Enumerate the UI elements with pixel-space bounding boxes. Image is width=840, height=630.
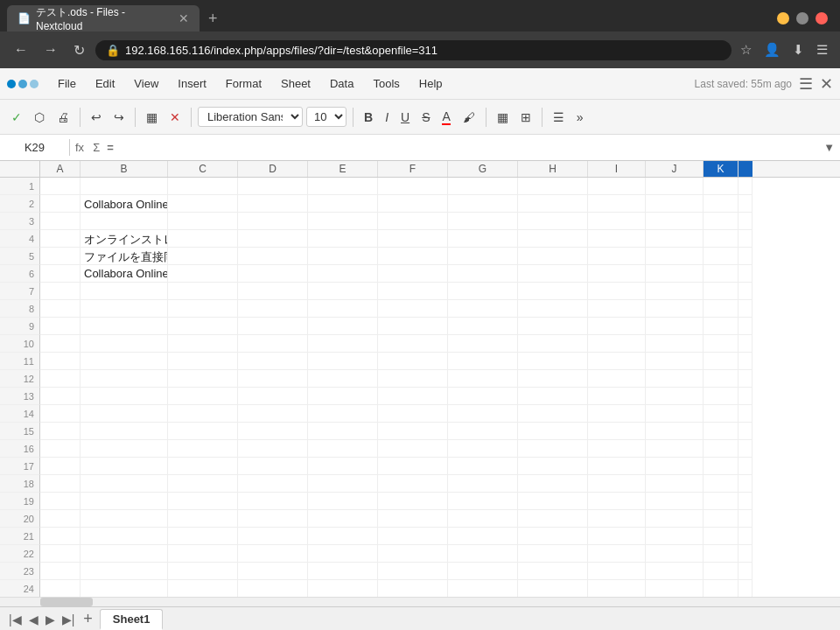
grid-cell[interactable]: [448, 475, 518, 493]
grid-cell[interactable]: [308, 458, 378, 475]
grid-cell[interactable]: [80, 388, 168, 405]
grid-cell[interactable]: [588, 493, 646, 510]
close-window-button[interactable]: [816, 12, 828, 24]
grid-cell[interactable]: [40, 563, 80, 580]
grid-cell[interactable]: [80, 335, 168, 353]
col-header-K[interactable]: K: [704, 161, 738, 177]
grid-cell[interactable]: [704, 178, 738, 195]
grid-cell[interactable]: [168, 580, 238, 597]
grid-cell[interactable]: [40, 388, 80, 405]
grid-cell[interactable]: [40, 335, 80, 353]
grid-cell[interactable]: [238, 230, 308, 248]
underline-button[interactable]: U: [396, 107, 414, 128]
grid-cell[interactable]: [238, 510, 308, 528]
grid-cell[interactable]: [588, 370, 646, 388]
grid-cell[interactable]: [518, 195, 588, 213]
grid-cell[interactable]: [378, 230, 448, 248]
grid-cell[interactable]: [588, 545, 646, 563]
grid-cell[interactable]: [704, 510, 738, 528]
grid-cell[interactable]: [168, 388, 238, 405]
grid-cell[interactable]: [646, 388, 704, 405]
grid-cell[interactable]: [448, 248, 518, 265]
grid-cell[interactable]: [40, 283, 80, 300]
grid-cell[interactable]: [308, 423, 378, 440]
grid-cell[interactable]: [704, 528, 738, 545]
grid-cell[interactable]: [168, 213, 238, 230]
col-header-D[interactable]: D: [238, 161, 308, 177]
col-header-A[interactable]: A: [40, 161, 80, 177]
grid-cell[interactable]: [308, 545, 378, 563]
grid-cell[interactable]: [238, 195, 308, 213]
borders-button[interactable]: ▦: [493, 107, 513, 128]
grid-cell[interactable]: [448, 388, 518, 405]
grid-cell[interactable]: [588, 458, 646, 475]
grid-cell[interactable]: [80, 423, 168, 440]
grid-cell[interactable]: [646, 440, 704, 458]
col-header-B[interactable]: B: [80, 161, 168, 177]
grid-cell[interactable]: [646, 283, 704, 300]
grid-cell[interactable]: [448, 353, 518, 370]
grid-cell[interactable]: [704, 458, 738, 475]
font-color-button[interactable]: A: [438, 106, 454, 129]
menu-data[interactable]: Data: [321, 74, 362, 94]
grid-cell[interactable]: [238, 493, 308, 510]
col-header-C[interactable]: C: [168, 161, 238, 177]
grid-cell[interactable]: [588, 230, 646, 248]
grid-cell[interactable]: [518, 440, 588, 458]
grid-cell[interactable]: [646, 213, 704, 230]
grid-cell[interactable]: [704, 493, 738, 510]
grid-cell-extra[interactable]: [738, 563, 752, 580]
strikethrough-button[interactable]: S: [417, 107, 434, 128]
grid-cell[interactable]: [40, 178, 80, 195]
grid-cell[interactable]: [518, 230, 588, 248]
grid-cell[interactable]: [448, 545, 518, 563]
grid-cell[interactable]: [40, 300, 80, 318]
col-header-E[interactable]: E: [308, 161, 378, 177]
grid-cell[interactable]: [40, 370, 80, 388]
grid-cell-extra[interactable]: [738, 318, 752, 335]
bold-button[interactable]: B: [360, 107, 377, 128]
grid-cell[interactable]: [588, 318, 646, 335]
grid-cell[interactable]: [704, 230, 738, 248]
grid-cell-extra[interactable]: [738, 353, 752, 370]
grid-cell[interactable]: [378, 318, 448, 335]
grid-cell[interactable]: [308, 265, 378, 283]
font-name-select[interactable]: Liberation Sans: [198, 107, 303, 127]
grid-cell[interactable]: [80, 283, 168, 300]
grid-cell[interactable]: [168, 563, 238, 580]
minimize-button[interactable]: [777, 12, 789, 24]
grid-cell[interactable]: オンラインストレージ上の: [80, 230, 168, 248]
grid-cell-extra[interactable]: [738, 335, 752, 353]
grid-cell[interactable]: [80, 528, 168, 545]
grid-cell[interactable]: [308, 300, 378, 318]
grid-cell[interactable]: [168, 195, 238, 213]
grid-cell[interactable]: [238, 545, 308, 563]
grid-cell[interactable]: [378, 388, 448, 405]
grid-cell[interactable]: [704, 283, 738, 300]
grid-cell[interactable]: [588, 510, 646, 528]
merge-button[interactable]: ⊞: [516, 107, 536, 128]
grid-cell[interactable]: [80, 545, 168, 563]
grid-cell[interactable]: [588, 335, 646, 353]
grid-cell[interactable]: [168, 318, 238, 335]
grid-cell[interactable]: Collabora Online テスト用ファイル: [80, 195, 168, 213]
grid-cell[interactable]: [378, 283, 448, 300]
grid-cell[interactable]: [80, 458, 168, 475]
grid-cell[interactable]: [378, 213, 448, 230]
grid-cell[interactable]: [238, 335, 308, 353]
grid-cell[interactable]: [40, 353, 80, 370]
tab-close-btn[interactable]: ✕: [178, 11, 189, 25]
col-header-G[interactable]: G: [448, 161, 518, 177]
grid-cell[interactable]: [308, 248, 378, 265]
external-link-button[interactable]: ⬡: [30, 107, 49, 128]
sheet-prev-button[interactable]: ◀: [25, 611, 42, 628]
grid-cell[interactable]: [378, 563, 448, 580]
grid-cell[interactable]: [704, 300, 738, 318]
grid-cell[interactable]: [646, 318, 704, 335]
grid-cell[interactable]: [518, 178, 588, 195]
grid-cell[interactable]: [448, 528, 518, 545]
grid-cell-extra[interactable]: [738, 388, 752, 405]
grid-cell[interactable]: [238, 388, 308, 405]
grid-cell-extra[interactable]: [738, 475, 752, 493]
grid-cell[interactable]: [588, 178, 646, 195]
